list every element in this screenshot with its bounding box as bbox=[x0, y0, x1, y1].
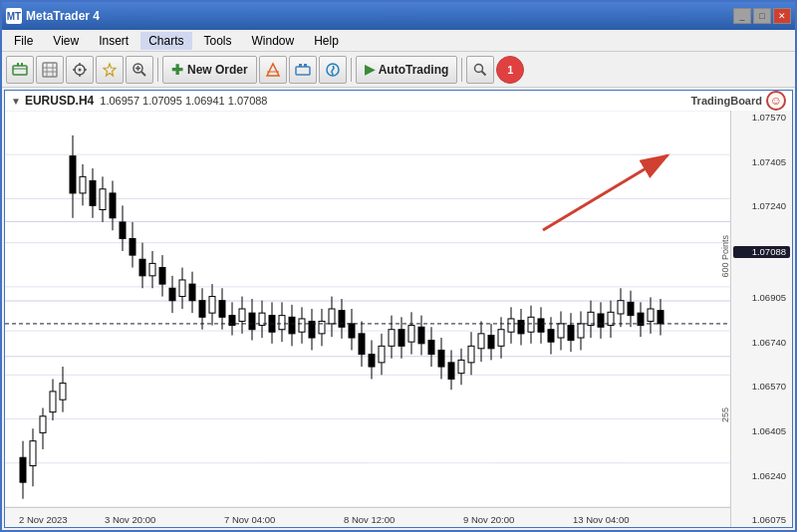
trading-board-smiley[interactable]: ☺ bbox=[766, 91, 786, 111]
time-label: 2 Nov 2023 bbox=[19, 514, 68, 525]
time-label: 8 Nov 12:00 bbox=[344, 514, 395, 525]
toolbar-btn-star[interactable] bbox=[96, 56, 124, 84]
price-label: 1.07240 bbox=[733, 201, 790, 211]
svg-rect-2 bbox=[21, 63, 23, 66]
title-bar: MT MetaTrader 4 _ □ ✕ bbox=[2, 2, 795, 30]
autotrading-label: AutoTrading bbox=[379, 63, 449, 77]
chart-prices: 1.06957 1.07095 1.06941 1.07088 bbox=[100, 95, 267, 107]
svg-marker-20 bbox=[267, 64, 279, 76]
toolbar-btn-5[interactable] bbox=[289, 56, 317, 84]
menu-bar: File View Insert Charts Tools Window Hel… bbox=[2, 30, 795, 52]
trading-board-label: TradingBoard bbox=[690, 95, 762, 107]
maximize-button[interactable]: □ bbox=[753, 8, 771, 24]
notification-count: 1 bbox=[507, 64, 513, 76]
price-label: 1.07570 bbox=[733, 113, 790, 123]
toolbar-btn-2[interactable] bbox=[36, 56, 64, 84]
menu-window[interactable]: Window bbox=[244, 32, 303, 50]
price-label: 1.06075 bbox=[733, 515, 790, 525]
new-order-label: New Order bbox=[187, 63, 248, 77]
menu-file[interactable]: File bbox=[6, 32, 41, 50]
search-button[interactable] bbox=[466, 56, 494, 84]
main-window: MT MetaTrader 4 _ □ ✕ File View Insert C… bbox=[0, 0, 797, 532]
menu-tools[interactable]: Tools bbox=[196, 32, 240, 50]
notification-button[interactable]: 1 bbox=[496, 56, 524, 84]
svg-rect-22 bbox=[296, 67, 310, 75]
price-label: 1.06740 bbox=[733, 338, 790, 348]
chart-container: ▼ EURUSD.H4 1.06957 1.07095 1.06941 1.07… bbox=[4, 90, 793, 528]
chart-dropdown-arrow[interactable]: ▼ bbox=[11, 96, 21, 107]
toolbar-btn-6[interactable] bbox=[319, 56, 347, 84]
svg-line-28 bbox=[482, 71, 486, 75]
price-label: 1.06905 bbox=[733, 293, 790, 303]
price-axis: 1.075701.074051.072401.070881.069051.067… bbox=[730, 111, 792, 527]
svg-rect-0 bbox=[13, 66, 27, 75]
menu-view[interactable]: View bbox=[45, 32, 87, 50]
svg-rect-4 bbox=[43, 63, 57, 77]
svg-rect-23 bbox=[299, 64, 302, 67]
time-axis: 2 Nov 20233 Nov 20:007 Nov 04:008 Nov 12… bbox=[5, 507, 730, 527]
toolbar-btn-zoom[interactable] bbox=[126, 56, 153, 84]
toolbar-separator-2 bbox=[351, 58, 352, 82]
price-label: 1.07088 bbox=[733, 246, 790, 258]
menu-help[interactable]: Help bbox=[306, 32, 347, 50]
window-title: MetaTrader 4 bbox=[26, 9, 100, 23]
minimize-button[interactable]: _ bbox=[733, 8, 751, 24]
new-order-button[interactable]: ✚ New Order bbox=[162, 56, 257, 84]
autotrading-button[interactable]: ▶ AutoTrading bbox=[356, 56, 458, 84]
svg-marker-15 bbox=[104, 64, 116, 76]
toolbar-separator-3 bbox=[461, 58, 462, 82]
title-bar-left: MT MetaTrader 4 bbox=[6, 8, 100, 24]
toolbar: ✚ New Order ▶ AutoTrading 1 bbox=[2, 52, 795, 88]
title-controls: _ □ ✕ bbox=[733, 8, 791, 24]
svg-rect-1 bbox=[17, 63, 19, 66]
svg-line-17 bbox=[141, 72, 145, 76]
new-order-icon: ✚ bbox=[171, 62, 183, 78]
toolbar-btn-4[interactable] bbox=[259, 56, 287, 84]
svg-point-14 bbox=[79, 68, 82, 71]
price-label: 1.06405 bbox=[733, 426, 790, 436]
svg-point-27 bbox=[475, 64, 483, 72]
toolbar-separator-1 bbox=[157, 58, 158, 82]
toolbar-btn-crosshair[interactable] bbox=[66, 56, 94, 84]
chart-header: ▼ EURUSD.H4 1.06957 1.07095 1.06941 1.07… bbox=[5, 91, 792, 111]
svg-point-26 bbox=[332, 73, 334, 75]
menu-insert[interactable]: Insert bbox=[91, 32, 136, 50]
menu-charts[interactable]: Charts bbox=[140, 32, 191, 50]
autotrading-icon: ▶ bbox=[365, 62, 375, 77]
svg-rect-24 bbox=[304, 64, 307, 67]
chart-body: 1.075701.074051.072401.070881.069051.067… bbox=[5, 111, 792, 527]
chart-header-right: TradingBoard ☺ bbox=[690, 91, 786, 111]
app-icon: MT bbox=[6, 8, 22, 24]
time-label: 3 Nov 20:00 bbox=[105, 514, 155, 525]
time-label: 7 Nov 04:00 bbox=[224, 514, 275, 525]
close-button[interactable]: ✕ bbox=[773, 8, 791, 24]
price-label: 1.06240 bbox=[733, 471, 790, 481]
price-label: 1.06570 bbox=[733, 382, 790, 392]
chart-symbol: EURUSD.H4 bbox=[25, 94, 94, 108]
time-label: 13 Nov 04:00 bbox=[573, 514, 630, 525]
time-label: 9 Nov 20:00 bbox=[463, 514, 514, 525]
candlestick-chart bbox=[5, 111, 730, 507]
price-label: 1.07405 bbox=[733, 157, 790, 167]
toolbar-btn-1[interactable] bbox=[6, 56, 34, 84]
